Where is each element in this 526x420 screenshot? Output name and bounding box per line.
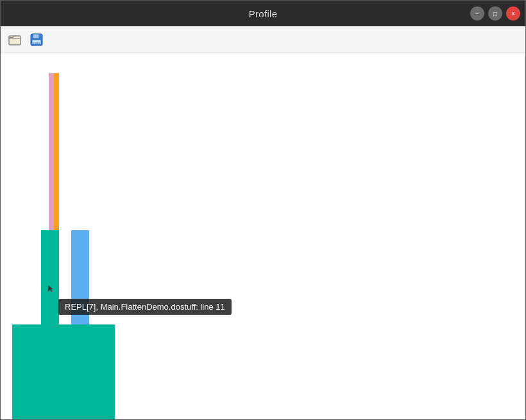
cursor-indicator: [48, 283, 55, 289]
svg-rect-2: [33, 34, 39, 38]
chart-area[interactable]: REPL[7], Main.FlattenDemo.dostuff: line …: [1, 53, 525, 419]
bar-chart: [1, 53, 525, 419]
svg-rect-4: [38, 35, 40, 37]
close-button[interactable]: ×: [506, 6, 520, 21]
maximize-button[interactable]: □: [488, 6, 502, 21]
titlebar: Profile − □ ×: [1, 1, 525, 26]
cursor-icon: [48, 285, 55, 292]
svg-marker-6: [48, 285, 53, 292]
maximize-icon: □: [493, 10, 497, 17]
main-window: Profile − □ ×: [0, 0, 526, 420]
window-controls: − □ ×: [470, 6, 520, 21]
svg-text:data: data: [33, 40, 40, 44]
open-icon: [8, 33, 22, 47]
close-icon: ×: [511, 10, 515, 17]
toolbar: data: [1, 26, 525, 53]
save-button[interactable]: data: [28, 31, 46, 49]
chart-bar-teal-large: [12, 324, 115, 419]
open-button[interactable]: [6, 31, 24, 49]
save-icon: data: [30, 33, 44, 47]
minimize-icon: −: [475, 10, 479, 17]
window-title: Profile: [249, 8, 278, 19]
minimize-button[interactable]: −: [470, 6, 484, 21]
